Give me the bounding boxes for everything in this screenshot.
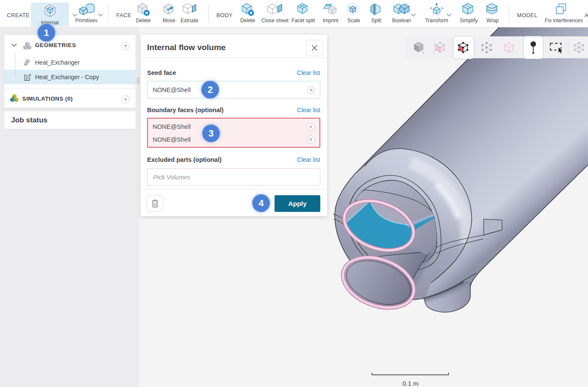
svg-text:0.1 m: 0.1 m <box>402 380 419 387</box>
